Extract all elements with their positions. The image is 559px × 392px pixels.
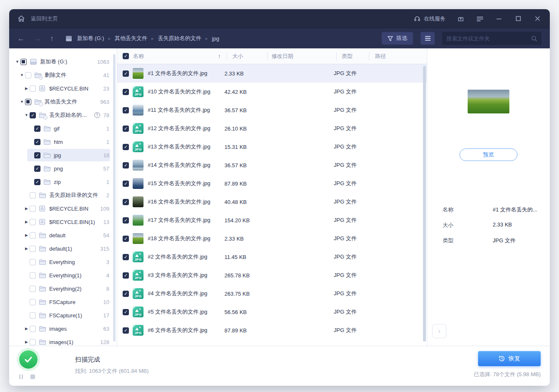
tree-item-images(1)[interactable]: ▶images(1)128 [9,335,117,346]
tree-checkbox[interactable] [30,85,36,92]
tree-checkbox[interactable] [30,259,36,265]
table-row[interactable]: JPG#3 文件名丢失的文件.jpg265.78 KBJPG 文件 [117,266,427,284]
tree-item-png[interactable]: png57 [9,162,117,175]
collapse-panel-button[interactable]: › [432,324,446,338]
column-header-name[interactable]: 名称 ↑ [133,52,227,60]
search-box[interactable] [442,32,541,45]
tree-item-default(1)[interactable]: ▶default(1)315 [9,242,117,255]
row-checkbox[interactable] [123,162,129,168]
tree-checkbox[interactable] [25,99,31,105]
tree-checkbox[interactable] [30,206,36,212]
tree-item-Everything(2)[interactable]: Everything(2)8 [9,282,117,295]
row-checkbox[interactable] [123,126,129,132]
table-row[interactable]: #16 文件名丢失的文件.jpg40.48 KBJPG 文件 [117,193,427,211]
sort-asc-icon[interactable]: ↑ [218,53,221,59]
tree-item-_(G_)[interactable]: ▼新加卷 (G:)1063 [9,55,117,68]
back-to-home-label[interactable]: 返回到主页 [31,15,58,23]
table-row[interactable]: JPG#6 文件名丢失的文件.jpg87.89 KBJPG 文件 [117,321,427,339]
table-row[interactable]: #14 文件名丢失的文件.jpg36.57 KBJPG 文件 [117,156,427,174]
breadcrumb-segment-2[interactable]: 丢失原始名的文件 [158,35,201,42]
tree-item-default[interactable]: ▶default54 [9,229,117,242]
minimize-button[interactable] [495,15,503,23]
tree-checkbox[interactable] [34,166,40,172]
tree-expand-arrow-icon[interactable]: ▼ [23,113,30,117]
tree-item-gif[interactable]: gif1 [9,122,117,135]
tree-checkbox[interactable] [30,246,36,252]
table-row[interactable]: JPG#12 文件名丢失的文件.jpg26.10 KBJPG 文件 [117,119,427,138]
pause-scan-button[interactable] [19,374,23,379]
tree-checkbox[interactable] [30,312,36,319]
row-checkbox[interactable] [123,254,129,260]
tree-expand-arrow-icon[interactable]: ▶ [23,233,30,237]
tree-expand-arrow-icon[interactable]: ▼ [19,100,25,104]
nav-back-button[interactable]: ← [18,35,25,42]
column-header-path[interactable]: 路径 [369,52,427,60]
tree-item-_[interactable]: ▼×删除文件41 [9,68,117,82]
nav-forward-button[interactable]: → [34,35,41,42]
online-service-button[interactable]: 在线服务 [414,15,446,23]
tree-item-zip[interactable]: zip1 [9,175,117,188]
column-header-type[interactable]: 类型 [337,52,369,60]
list-scrollbar[interactable] [423,66,426,342]
tree-checkbox[interactable] [30,219,36,225]
tree-checkbox[interactable] [30,326,36,332]
tree-item-FSCapture(1)[interactable]: FSCapture(1)17 [9,309,117,322]
tree-item-htm[interactable]: htm1 [9,135,117,148]
filter-button[interactable]: 筛选 [382,32,413,45]
tree-expand-arrow-icon[interactable]: ▶ [23,246,30,251]
tree-checkbox[interactable] [30,299,36,305]
row-checkbox[interactable] [123,107,129,113]
tree-item-Everything(1)[interactable]: Everything(1)4 [9,269,117,282]
tree-expand-arrow-icon[interactable]: ▼ [19,73,25,77]
row-checkbox[interactable] [123,272,129,279]
tree-checkbox[interactable] [34,126,40,132]
tree-item-_[interactable]: ▼☆丢失原始名的文件?78 [9,108,117,122]
stop-scan-button[interactable] [30,374,35,379]
help-icon[interactable]: ? [94,112,100,118]
row-checkbox[interactable] [123,181,129,187]
breadcrumb-segment-3[interactable]: jpg [212,35,219,42]
close-button[interactable] [533,15,541,23]
table-row[interactable]: JPG#2 文件名丢失的文件.jpg11.45 KBJPG 文件 [117,248,427,266]
tree-item-FSCapture[interactable]: FSCapture10 [9,295,117,309]
tree-item-_[interactable]: 丢失原始目录的文件2 [9,188,117,202]
table-row[interactable]: JPG#4 文件名丢失的文件.jpg263.75 KBJPG 文件 [117,284,427,303]
tree-checkbox[interactable] [30,232,36,239]
upgrade-icon[interactable] [456,15,465,23]
tree-checkbox[interactable] [30,272,36,279]
home-icon[interactable] [18,15,25,22]
tree-checkbox[interactable] [20,59,27,65]
tree-item-images[interactable]: ▶images63 [9,322,117,335]
tree-expand-arrow-icon[interactable]: ▼ [14,60,20,64]
breadcrumb-segment-1[interactable]: 其他丢失文件 [115,35,147,42]
table-row[interactable]: #11 文件名丢失的文件.jpg36.57 KBJPG 文件 [117,101,427,119]
search-input[interactable] [446,35,531,42]
tree-checkbox[interactable] [30,192,36,199]
tree-expand-arrow-icon[interactable]: ▶ [23,206,30,211]
tree-item-jpg[interactable]: jpg18 [9,148,117,162]
table-row[interactable]: JPG#10 文件名丢失的文件.jpg42.42 KBJPG 文件 [117,83,427,101]
table-row[interactable]: #18 文件名丢失的文件.jpg2.33 KBJPG 文件 [117,229,427,248]
menu-icon[interactable] [476,15,484,23]
row-checkbox[interactable] [123,70,129,77]
tree-item-$RECYCLE.BIN[interactable]: ▶$RECYCLE.BIN23 [9,82,117,95]
row-checkbox[interactable] [123,144,129,150]
column-header-date[interactable]: 修改日期 [268,52,337,60]
sidebar-scrollbar[interactable] [113,54,116,342]
tree-checkbox[interactable] [25,72,31,78]
table-row[interactable]: JPG#5 文件名丢失的文件.jpg56.56 KBJPG 文件 [117,303,427,321]
tree-item-$RECYCLE.BIN(1)[interactable]: ▶$RECYCLE.BIN(1)13 [9,215,117,229]
tree-checkbox[interactable] [30,112,36,118]
row-checkbox[interactable] [123,291,129,297]
tree-expand-arrow-icon[interactable]: ▶ [23,86,30,90]
table-row[interactable]: #15 文件名丢失的文件.jpg87.89 KBJPG 文件 [117,174,427,193]
row-checkbox[interactable] [123,236,129,242]
tree-item-Everything[interactable]: Everything3 [9,255,117,269]
tree-expand-arrow-icon[interactable]: ▶ [23,327,30,331]
tree-item-_[interactable]: ▼−其他丢失文件963 [9,95,117,108]
row-checkbox[interactable] [123,217,129,224]
row-checkbox[interactable] [123,327,129,334]
row-checkbox[interactable] [123,309,129,315]
breadcrumb-segment-0[interactable]: 新加卷 (G:) [77,35,104,42]
row-checkbox[interactable] [123,89,129,95]
